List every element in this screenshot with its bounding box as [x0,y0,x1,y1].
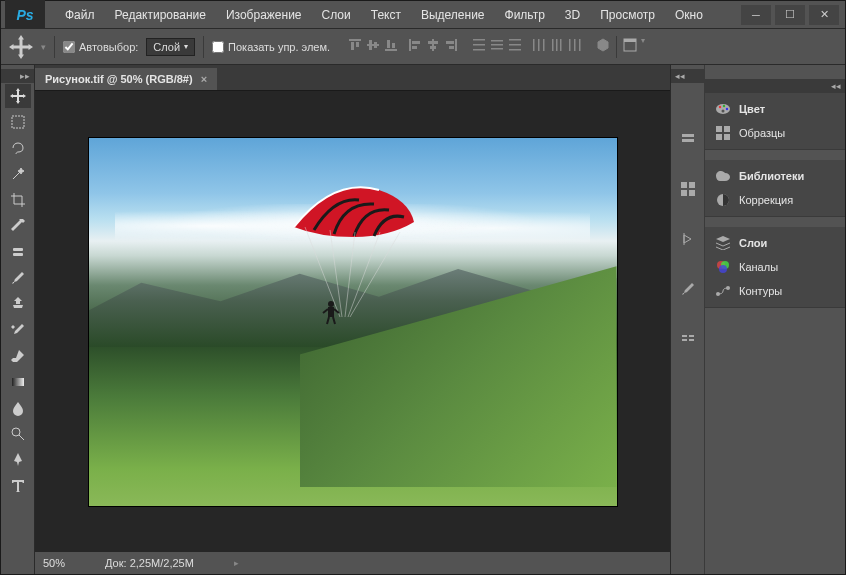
svg-rect-50 [689,190,695,196]
svg-rect-11 [412,46,417,49]
workspace-switcher-icon[interactable] [621,36,639,54]
crop-tool[interactable] [5,188,31,212]
marquee-tool[interactable] [5,110,31,134]
libraries-icon [715,168,731,184]
layers-icon [715,235,731,251]
brush-tool[interactable] [5,266,31,290]
panel-layers[interactable]: Слои [705,231,845,255]
svg-rect-22 [491,44,503,46]
history-brush-tool[interactable] [5,318,31,342]
svg-point-56 [719,106,721,108]
color-icon [715,101,731,117]
panel-swatches[interactable]: Образцы [705,121,845,145]
align-left-icon[interactable] [406,36,424,54]
maximize-button[interactable]: ☐ [775,5,805,25]
panel-libraries[interactable]: Библиотеки [705,164,845,188]
menu-3d[interactable]: 3D [555,4,590,26]
align-bottom-icon[interactable] [382,36,400,54]
3d-mode-icon[interactable] [594,36,612,54]
minimize-button[interactable]: ─ [741,5,771,25]
menu-filter[interactable]: Фильтр [495,4,555,26]
clone-stamp-tool[interactable] [5,292,31,316]
properties-icon[interactable] [676,179,700,199]
alignment-controls: ▾ [346,36,645,58]
move-tool[interactable] [5,84,31,108]
svg-rect-14 [430,46,436,49]
menu-edit[interactable]: Редактирование [105,4,216,26]
auto-select-checkbox[interactable]: Автовыбор: [63,41,138,53]
eyedropper-tool[interactable] [5,214,31,238]
brush-preset-icon[interactable] [676,279,700,299]
svg-rect-20 [473,49,485,51]
panel-color[interactable]: Цвет [705,97,845,121]
svg-rect-28 [538,39,540,51]
distribute-left-icon[interactable] [530,36,548,54]
menu-view[interactable]: Просмотр [590,4,665,26]
menu-image[interactable]: Изображение [216,4,312,26]
menu-file[interactable]: Файл [55,4,105,26]
document-size: Док: 2,25М/2,25М [105,557,194,569]
svg-point-42 [12,428,20,436]
svg-rect-5 [374,42,377,48]
pen-tool[interactable] [5,448,31,472]
menu-select[interactable]: Выделение [411,4,495,26]
svg-rect-32 [560,39,562,51]
svg-rect-46 [682,139,694,142]
distribute-vcenter-icon[interactable] [488,36,506,54]
swatches-icon [715,125,731,141]
icon-col-collapse[interactable]: ◂◂ [671,69,704,83]
gradient-tool[interactable] [5,370,31,394]
align-top-icon[interactable] [346,36,364,54]
svg-rect-34 [574,39,576,51]
close-tab-icon[interactable]: × [201,73,207,85]
eraser-tool[interactable] [5,344,31,368]
distribute-right-icon[interactable] [566,36,584,54]
panel-col-collapse[interactable]: ◂◂ [705,79,845,93]
svg-point-43 [328,301,334,307]
distribute-bottom-icon[interactable] [506,36,524,54]
menubar: Ps Файл Редактирование Изображение Слои … [1,1,845,29]
svg-point-67 [719,265,727,273]
svg-rect-39 [13,248,23,251]
document-tab[interactable]: Рисунок.tif @ 50% (RGB/8#) × [35,68,217,90]
svg-rect-6 [385,49,397,51]
svg-rect-3 [367,44,379,46]
svg-rect-60 [716,126,722,132]
show-transform-checkbox[interactable]: Показать упр. элем. [212,41,330,53]
dodge-tool[interactable] [5,422,31,446]
lasso-tool[interactable] [5,136,31,160]
menu-layers[interactable]: Слои [312,4,361,26]
panel-channels[interactable]: Каналы [705,255,845,279]
align-hcenter-icon[interactable] [424,36,442,54]
svg-rect-7 [387,40,390,48]
align-vcenter-icon[interactable] [364,36,382,54]
distribute-top-icon[interactable] [470,36,488,54]
distribute-hcenter-icon[interactable] [548,36,566,54]
svg-rect-23 [491,48,503,50]
toolbox-collapse[interactable]: ▸▸ [1,69,34,83]
healing-brush-tool[interactable] [5,240,31,264]
align-right-icon[interactable] [442,36,460,54]
history-icon[interactable] [676,129,700,149]
type-tool[interactable] [5,474,31,498]
panel-paths[interactable]: Контуры [705,279,845,303]
options-bar: ▾ Автовыбор: Слой▾ Показать упр. элем. [1,29,845,65]
canvas[interactable] [88,137,618,507]
magic-wand-tool[interactable] [5,162,31,186]
svg-rect-27 [533,39,535,51]
close-button[interactable]: ✕ [809,5,839,25]
paths-icon [715,283,731,299]
panel-adjustments[interactable]: Коррекция [705,188,845,212]
svg-rect-2 [356,42,359,47]
auto-select-scope[interactable]: Слой▾ [146,38,195,56]
svg-rect-4 [369,40,372,50]
svg-rect-62 [716,134,722,140]
menu-text[interactable]: Текст [361,4,411,26]
menu-window[interactable]: Окно [665,4,713,26]
layer-comps-icon[interactable] [676,329,700,349]
blur-tool[interactable] [5,396,31,420]
svg-rect-30 [552,39,554,51]
zoom-level[interactable]: 50% [43,557,65,569]
svg-rect-21 [491,40,503,42]
character-icon[interactable] [676,229,700,249]
